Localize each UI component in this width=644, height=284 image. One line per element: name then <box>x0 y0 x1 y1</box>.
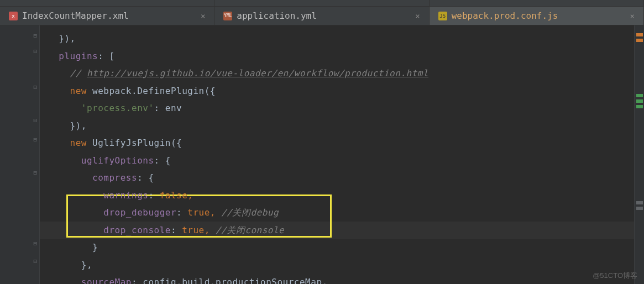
minimap-marker <box>636 99 643 103</box>
close-icon[interactable]: × <box>201 12 205 20</box>
gutter: ⊟ ⊟ ⊟ ⊟ ⊟ ⊟ ⊟ ⊟ <box>0 25 40 284</box>
fold-marker-icon[interactable]: ⊟ <box>33 169 37 176</box>
code-line: drop_console: true, //关闭console <box>48 222 634 239</box>
xml-file-icon: x <box>9 12 18 20</box>
tab-label: application.yml <box>237 10 317 21</box>
minimap-scrollbar[interactable] <box>634 25 644 284</box>
code-line: warnings: false, <box>48 187 634 204</box>
code-line: }), <box>48 30 634 48</box>
close-icon[interactable]: × <box>630 12 635 20</box>
tab-webpack-prod-conf-js[interactable]: JS webpack.prod.conf.js × <box>430 7 644 25</box>
minimap-marker <box>636 105 643 108</box>
fold-marker-icon[interactable]: ⊟ <box>33 136 37 143</box>
editor-tabs: x IndexCountMapper.xml × YML application… <box>0 7 644 25</box>
tab-index-count-mapper-xml[interactable]: x IndexCountMapper.xml × <box>0 7 214 25</box>
fold-marker-icon[interactable]: ⊟ <box>33 83 37 91</box>
tab-label: webpack.prod.conf.js <box>452 10 558 21</box>
minimap-marker <box>636 39 643 42</box>
code-editor[interactable]: }), plugins: [ // http://vuejs.github.io… <box>40 25 634 284</box>
code-line: }, <box>48 256 634 274</box>
minimap-marker <box>636 94 643 97</box>
editor-container: ⊟ ⊟ ⊟ ⊟ ⊟ ⊟ ⊟ ⊟ }), plugins: [ // http:/… <box>0 25 644 284</box>
code-line: compress: { <box>48 169 634 187</box>
code-line: new webpack.DefinePlugin({ <box>48 82 634 100</box>
close-icon[interactable]: × <box>415 12 420 20</box>
minimap-marker <box>636 33 643 36</box>
minimap-marker <box>636 201 643 204</box>
code-line: 'process.env': env <box>48 99 634 117</box>
code-line: // http://vuejs.github.io/vue-loader/en/… <box>48 65 634 82</box>
fold-marker-icon[interactable]: ⊟ <box>33 240 37 247</box>
fold-marker-icon[interactable]: ⊟ <box>33 117 37 124</box>
code-line: sourceMap: config.build.productionSource… <box>48 274 634 284</box>
fold-marker-icon[interactable]: ⊟ <box>33 257 37 265</box>
minimap-marker <box>636 207 643 210</box>
hidden-tabs-row <box>0 0 644 7</box>
code-line: drop_debugger: true, //关闭debug <box>48 204 634 222</box>
tab-application-yml[interactable]: YML application.yml × <box>214 7 429 25</box>
tab-label: IndexCountMapper.xml <box>22 10 129 21</box>
fold-marker-icon[interactable]: ⊟ <box>33 48 37 55</box>
yml-file-icon: YML <box>223 12 232 20</box>
code-line: } <box>48 239 634 256</box>
code-line: new UglifyJsPlugin({ <box>48 134 634 152</box>
fold-marker-icon[interactable]: ⊟ <box>33 32 37 39</box>
code-line: plugins: [ <box>48 48 634 65</box>
js-file-icon: JS <box>438 12 447 20</box>
code-line: uglifyOptions: { <box>48 152 634 170</box>
code-line: }), <box>48 117 634 135</box>
